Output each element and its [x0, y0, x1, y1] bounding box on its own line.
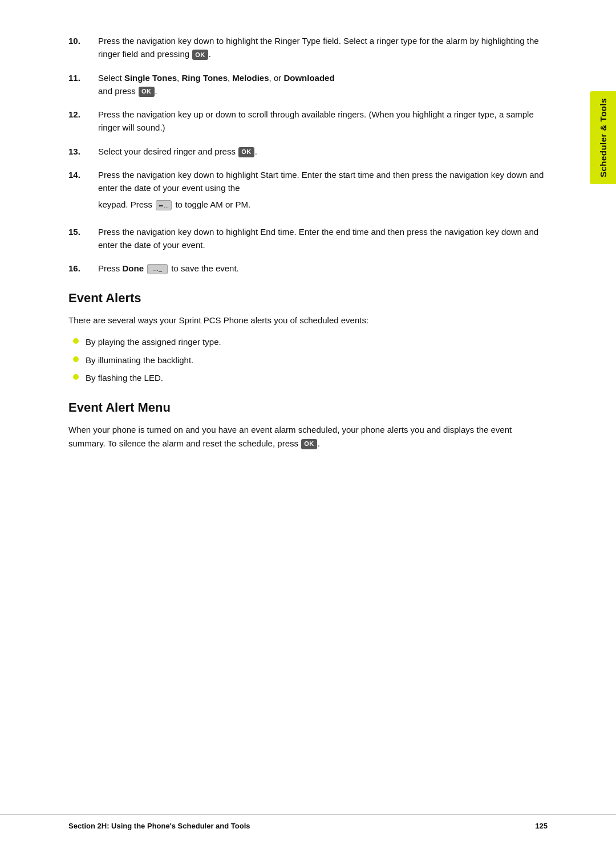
bullet-text: By illuminating the backlight.: [86, 354, 193, 367]
step-text-before: Press: [98, 263, 120, 273]
event-alert-menu-text: When your phone is turned on and you hav…: [68, 423, 548, 450]
list-item: 15. Press the navigation key down to hig…: [68, 225, 548, 252]
step-text: Press the navigation key down to highlig…: [98, 36, 539, 59]
step-number: 16.: [68, 262, 98, 275]
ok-badge: OK: [238, 147, 254, 157]
step-content: Press the navigation key up or down to s…: [98, 108, 548, 135]
numbered-list: 10. Press the navigation key down to hig…: [68, 34, 548, 275]
side-tab-text: Scheduler & Tools: [598, 98, 608, 177]
ok-badge: OK: [192, 50, 208, 60]
bullet-text: By playing the assigned ringer type.: [86, 335, 221, 348]
list-item: 16. Press Done …⎯ to save the event.: [68, 262, 548, 275]
step-content: Press the navigation key down to highlig…: [98, 225, 548, 252]
ok-badge: OK: [301, 439, 317, 449]
step-text: Press the navigation key down to highlig…: [98, 227, 538, 250]
step-text-after: to save the event.: [171, 263, 238, 273]
step-line1: Press the navigation key down to highlig…: [98, 168, 548, 195]
step-text: Press the navigation key up or down to s…: [98, 109, 534, 132]
side-tab: Scheduler & Tools: [590, 91, 616, 184]
list-item: By playing the assigned ringer type.: [73, 335, 548, 348]
list-item: 12. Press the navigation key up or down …: [68, 108, 548, 135]
bullet-dot: [73, 374, 79, 380]
bullet-text: By flashing the LED.: [86, 371, 163, 384]
list-item: 14. Press the navigation key down to hig…: [68, 168, 548, 215]
footer-page-number: 125: [535, 822, 548, 830]
list-item: By illuminating the backlight.: [73, 354, 548, 367]
done-button-icon: …⎯: [147, 264, 168, 274]
bullet-dot: [73, 356, 79, 362]
event-alerts-intro: There are several ways your Sprint PCS P…: [68, 314, 548, 327]
list-item: By flashing the LED.: [73, 371, 548, 384]
list-item: 13. Select your desired ringer and press…: [68, 145, 548, 158]
step-content: Select Single Tones, Ring Tones, Melodie…: [98, 71, 548, 98]
done-label: Done: [123, 263, 144, 273]
step-content: Press Done …⎯ to save the event.: [98, 262, 548, 275]
step-text: Select your desired ringer and press: [98, 147, 236, 156]
list-item: 11. Select Single Tones, Ring Tones, Mel…: [68, 71, 548, 98]
ok-badge: OK: [139, 87, 155, 97]
event-alerts-heading: Event Alerts: [68, 291, 548, 306]
footer: Section 2H: Using the Phone's Scheduler …: [0, 814, 616, 830]
event-alerts-bullets: By playing the assigned ringer type. By …: [68, 335, 548, 384]
footer-section-label: Section 2H: Using the Phone's Scheduler …: [68, 822, 250, 830]
step-text-after: and press: [98, 86, 136, 96]
step-number: 14.: [68, 168, 98, 181]
keypad-toggle-icon: ⬅…: [156, 200, 172, 210]
bold-item: Ring Tones: [181, 73, 228, 83]
page-container: Scheduler & Tools 10. Press the navigati…: [0, 0, 616, 853]
list-item: 10. Press the navigation key down to hig…: [68, 34, 548, 61]
step-number: 11.: [68, 71, 98, 84]
event-alert-menu-heading: Event Alert Menu: [68, 400, 548, 415]
step-text-before: Select: [98, 73, 122, 83]
bold-item: Downloaded: [283, 73, 334, 83]
step-number: 12.: [68, 108, 98, 121]
step-content: Press the navigation key down to highlig…: [98, 34, 548, 61]
step-number: 15.: [68, 225, 98, 238]
bullet-dot: [73, 338, 79, 344]
step-line2: keypad. Press ⬅… to toggle AM or PM.: [98, 198, 548, 211]
bold-item: Melodies: [232, 73, 269, 83]
step-content: Press the navigation key down to highlig…: [98, 168, 548, 215]
bold-item: Single Tones: [124, 73, 177, 83]
step-number: 10.: [68, 34, 98, 47]
step-number: 13.: [68, 145, 98, 158]
step-content: Select your desired ringer and press OK.: [98, 145, 548, 158]
